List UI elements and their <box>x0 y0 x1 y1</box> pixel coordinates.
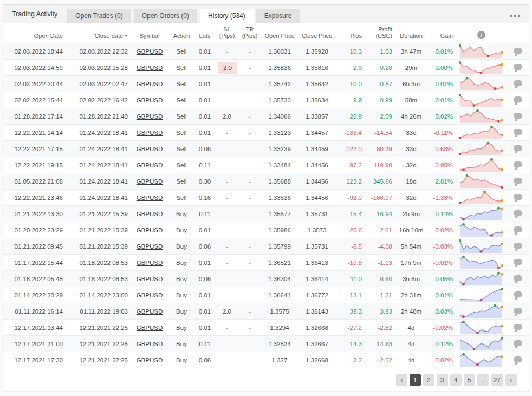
table-row: 01.14.2022 20:2901.14.2022 23:00GBPUSDBu… <box>3 287 529 303</box>
symbol-link[interactable]: GBPUSD <box>137 162 163 168</box>
symbol-link[interactable]: GBPUSD <box>137 276 163 282</box>
page-button-1[interactable]: 1 <box>410 374 421 386</box>
tp-pips-cell: - <box>238 303 261 320</box>
trade-sparkline <box>459 60 503 75</box>
comment-icon[interactable] <box>514 64 522 70</box>
comment-icon[interactable] <box>514 210 522 216</box>
chart-cell <box>455 303 507 320</box>
comment-cell <box>507 108 529 125</box>
comment-icon[interactable] <box>514 275 522 281</box>
more-options-button[interactable] <box>509 12 521 19</box>
comment-icon[interactable] <box>514 145 522 151</box>
comment-icon[interactable] <box>514 243 522 249</box>
col-header-gain[interactable]: Gain <box>428 23 455 43</box>
symbol-link[interactable]: GBPUSD <box>137 341 163 347</box>
symbol-link[interactable]: GBPUSD <box>137 97 163 103</box>
symbol-link[interactable]: GBPUSD <box>137 113 163 120</box>
pips-cell: 20.9 <box>336 108 364 125</box>
comment-icon[interactable] <box>514 113 522 119</box>
lots-cell: 0.06 <box>194 352 216 368</box>
comment-icon[interactable] <box>514 308 522 314</box>
comment-icon[interactable] <box>514 129 522 135</box>
comment-icon[interactable] <box>514 194 522 200</box>
comment-icon[interactable] <box>514 161 522 167</box>
col-header-open-date[interactable]: Open Date <box>3 23 65 43</box>
open-date-cell: 12.22.2021 14:14 <box>3 125 65 141</box>
symbol-link[interactable]: GBPUSD <box>137 357 163 363</box>
col-header-sl[interactable]: SL(Pips) <box>216 23 238 43</box>
comment-cell <box>507 222 529 238</box>
comment-icon[interactable] <box>514 324 522 330</box>
tab-open-trades[interactable]: Open Trades (0) <box>67 9 131 23</box>
prev-page-button[interactable]: ‹ <box>396 374 407 386</box>
gain-cell: 0.12% <box>428 336 455 352</box>
close-price-cell: 1.34457 <box>298 125 336 141</box>
page-button-3[interactable]: 3 <box>437 374 448 386</box>
high-point-dot <box>487 141 490 144</box>
sparkline-wrap <box>457 158 505 173</box>
comment-icon[interactable] <box>514 259 522 265</box>
col-header-action[interactable]: Action <box>169 23 194 43</box>
comment-icon[interactable] <box>514 178 522 184</box>
col-header-tp[interactable]: TP(Pips) <box>238 23 261 43</box>
comment-icon[interactable] <box>514 340 522 346</box>
dot-icon <box>518 15 520 17</box>
symbol-link[interactable]: GBPUSD <box>137 129 163 136</box>
sl-pips-cell: - <box>216 336 238 352</box>
tab-open-orders[interactable]: Open Orders (0) <box>134 9 197 23</box>
symbol-link[interactable]: GBPUSD <box>137 48 163 55</box>
col-header-close-date[interactable]: Close date▼ <box>65 23 130 43</box>
col-header-duration[interactable]: Duration <box>394 23 428 43</box>
symbol-link[interactable]: GBPUSD <box>137 259 163 266</box>
symbol-link[interactable]: GBPUSD <box>137 243 163 250</box>
comment-icon[interactable] <box>514 96 522 102</box>
symbol-link[interactable]: GBPUSD <box>137 146 163 152</box>
comment-icon[interactable] <box>514 356 522 362</box>
tab-history[interactable]: History (534) <box>200 9 254 23</box>
tab-exposure[interactable]: Exposure <box>256 9 300 23</box>
page-button-4[interactable]: 4 <box>450 374 462 386</box>
col-header-lots[interactable]: Lots <box>194 23 216 43</box>
comment-icon[interactable] <box>514 291 522 297</box>
page-button-2[interactable]: 2 <box>423 374 434 386</box>
chart-cell <box>455 222 507 238</box>
comment-icon[interactable] <box>514 80 522 86</box>
comment-icon[interactable] <box>514 226 522 232</box>
info-icon[interactable]: i <box>477 31 485 39</box>
gain-cell: 0.05% <box>428 271 455 287</box>
symbol-link[interactable]: GBPUSD <box>137 211 163 217</box>
close-date-cell: 01.21.2022 15:39 <box>65 238 130 255</box>
symbol-link[interactable]: GBPUSD <box>137 178 163 185</box>
symbol-link[interactable]: GBPUSD <box>137 324 163 331</box>
sparkline-wrap <box>457 336 505 352</box>
symbol-cell: GBPUSD <box>130 206 169 222</box>
sort-desc-icon: ▼ <box>124 34 128 37</box>
profit-cell: 0.99 <box>364 92 394 108</box>
symbol-link[interactable]: GBPUSD <box>137 64 163 71</box>
comment-icon[interactable] <box>514 48 522 54</box>
close-price-cell: 1.3573 <box>298 222 336 238</box>
duration-cell: 4d <box>394 352 428 368</box>
col-header-close-price[interactable]: Close Price <box>298 23 336 43</box>
symbol-link[interactable]: GBPUSD <box>137 308 163 315</box>
action-cell: Buy <box>169 320 194 336</box>
page-ellipsis-button[interactable]: .. <box>477 374 489 386</box>
action-cell: Sell <box>169 108 194 125</box>
symbol-link[interactable]: GBPUSD <box>137 292 163 298</box>
col-header-symbol[interactable]: Symbol <box>130 23 169 43</box>
high-point-dot <box>459 239 461 242</box>
page-button-27[interactable]: 27 <box>491 374 503 386</box>
trade-sparkline <box>459 158 503 173</box>
table-row: 12.17.2021 13:4412.21.2021 22:25GBPUSDBu… <box>3 320 529 336</box>
col-header-profit[interactable]: Profit(USC) <box>364 23 394 43</box>
col-header-open-price[interactable]: Open Price <box>261 23 298 43</box>
symbol-link[interactable]: GBPUSD <box>137 81 163 87</box>
page-button-5[interactable]: 5 <box>464 374 475 386</box>
col-header-pips[interactable]: Pips <box>336 23 364 43</box>
header-row: Open Date Close date▼ Symbol Action Lots… <box>3 23 529 43</box>
symbol-cell: GBPUSD <box>130 303 169 320</box>
next-page-button[interactable]: › <box>505 374 517 386</box>
symbol-link[interactable]: GBPUSD <box>137 194 163 201</box>
duration-cell: 18d <box>394 173 428 190</box>
symbol-link[interactable]: GBPUSD <box>137 227 163 233</box>
